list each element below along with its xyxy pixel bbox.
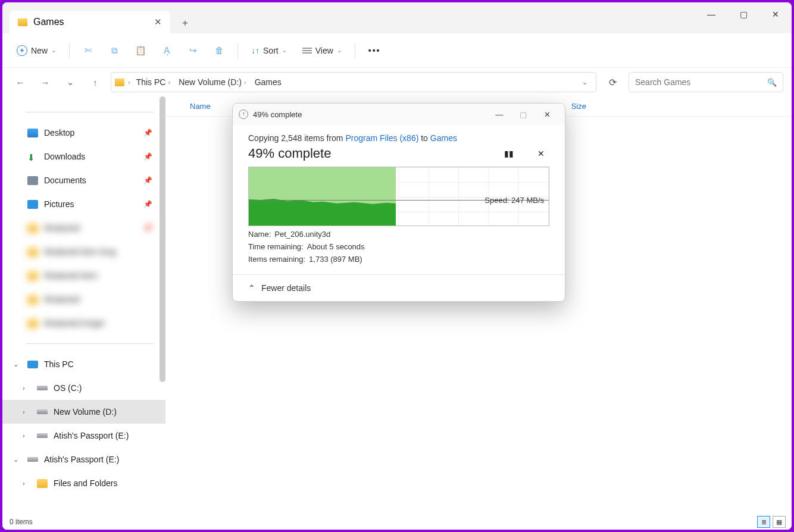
source-link[interactable]: Program Files (x86) xyxy=(345,133,418,143)
rename-button[interactable]: Aͅ xyxy=(155,40,178,61)
sidebar-label: New Volume (D:) xyxy=(54,407,117,417)
search-icon[interactable]: 🔍 xyxy=(767,78,777,87)
paste-button[interactable]: 📋 xyxy=(129,40,152,61)
sidebar-item-this-pc[interactable]: ⌄This PC xyxy=(2,352,165,376)
minimize-button[interactable]: — xyxy=(487,105,511,123)
copying-text: Copying 2,548 items from Program Files (… xyxy=(248,133,549,143)
chevron-up-icon: ⌃ xyxy=(248,283,255,293)
refresh-button[interactable]: ⟳ xyxy=(602,72,623,92)
sidebar-item-passport[interactable]: ⌄Atish's Passport (E:) xyxy=(2,447,165,471)
cut-icon: ✄ xyxy=(83,45,93,56)
cancel-button[interactable]: ✕ xyxy=(533,145,549,162)
folder-icon xyxy=(37,479,48,488)
delete-button[interactable]: 🗑 xyxy=(208,40,230,61)
titlebar: Games ✕ + — ▢ ✕ xyxy=(2,2,792,33)
scrollbar-thumb[interactable] xyxy=(160,96,165,382)
sidebar-item-folder[interactable]: ›Files and Folders xyxy=(2,471,165,495)
dialog-title: 49% complete xyxy=(253,110,302,119)
sidebar-item-drive-d[interactable]: ›New Volume (D:) xyxy=(2,400,165,424)
documents-icon xyxy=(27,176,38,185)
sidebar-item-pictures[interactable]: Pictures📌 xyxy=(2,192,165,216)
tab-games[interactable]: Games ✕ xyxy=(10,11,170,33)
copy-icon: ⧉ xyxy=(109,45,120,56)
separator xyxy=(69,43,70,58)
sidebar-label: Desktop xyxy=(44,128,74,137)
sidebar-item-redacted[interactable]: Redacted📌 xyxy=(2,216,165,240)
breadcrumb-item[interactable]: New Volume (D:) › xyxy=(176,77,248,87)
icons-view-button[interactable]: ▦ xyxy=(773,516,786,528)
dialog-window-controls: — ▢ ✕ xyxy=(487,105,559,123)
recent-button[interactable]: ⌄ xyxy=(61,73,80,92)
toolbar: + New ⌄ ✄ ⧉ 📋 Aͅ ↪ 🗑 ↓↑ Sort ⌄ View ⌄ ••… xyxy=(2,33,792,68)
close-window-button[interactable]: ✕ xyxy=(759,2,792,26)
back-button[interactable]: ← xyxy=(11,73,30,92)
pin-icon: 📌 xyxy=(143,224,152,232)
copy-progress-dialog: 49% complete — ▢ ✕ Copying 2,548 items f… xyxy=(232,103,565,302)
clock-icon xyxy=(239,109,248,119)
sidebar-item-drive-e[interactable]: ›Atish's Passport (E:) xyxy=(2,424,165,447)
close-button[interactable]: ✕ xyxy=(535,105,559,123)
breadcrumb-item[interactable]: Games xyxy=(252,77,284,87)
folder-icon xyxy=(115,79,124,86)
folder-icon xyxy=(27,295,38,304)
breadcrumb-item[interactable]: This PC › xyxy=(134,77,173,87)
sidebar-item-drive-c[interactable]: ›OS (C:) xyxy=(2,376,165,400)
rename-icon: Aͅ xyxy=(161,45,172,56)
separator xyxy=(237,43,238,58)
minimize-button[interactable]: — xyxy=(695,2,727,26)
maximize-button[interactable]: ▢ xyxy=(727,2,759,26)
separator xyxy=(355,43,355,58)
fewer-details-button[interactable]: ⌃ Fewer details xyxy=(233,274,565,301)
column-name[interactable]: Name xyxy=(179,102,221,111)
up-button[interactable]: ↑ xyxy=(86,73,105,92)
folder-icon xyxy=(27,271,38,280)
dialog-titlebar[interactable]: 49% complete — ▢ ✕ xyxy=(233,104,565,125)
sort-label: Sort xyxy=(263,46,279,55)
sidebar-item-redacted[interactable]: Redacted longer xyxy=(2,311,165,335)
sidebar-item-desktop[interactable]: Desktop📌 xyxy=(2,121,165,145)
dest-link[interactable]: Games xyxy=(430,133,457,143)
sidebar-label: Atish's Passport (E:) xyxy=(54,431,129,440)
search-box[interactable]: 🔍 xyxy=(629,72,783,92)
dialog-body: Copying 2,548 items from Program Files (… xyxy=(233,125,565,274)
detail-name: Name:Pet_206.unity3d xyxy=(248,230,549,239)
sidebar-item-downloads[interactable]: ⬇Downloads📌 xyxy=(2,145,165,168)
pictures-icon xyxy=(27,200,38,209)
speed-label: Speed: 247 MB/s xyxy=(484,196,544,205)
new-button[interactable]: + New ⌄ xyxy=(11,40,62,61)
cut-button[interactable]: ✄ xyxy=(77,40,99,61)
new-label: New xyxy=(31,46,48,55)
sidebar-label: Downloads xyxy=(44,152,85,161)
search-input[interactable] xyxy=(635,77,767,87)
more-button[interactable]: ••• xyxy=(362,40,387,61)
chevron-down-icon[interactable]: ⌄ xyxy=(577,79,592,86)
percent-row: 49% complete ▮▮ ✕ xyxy=(248,145,549,162)
fewer-details-label: Fewer details xyxy=(261,283,311,293)
column-size[interactable]: Size xyxy=(561,102,597,111)
details-view-button[interactable]: ≣ xyxy=(757,516,770,528)
sidebar-item-redacted[interactable]: Redacted item long xyxy=(2,240,165,264)
copy-button[interactable]: ⧉ xyxy=(103,40,126,61)
sidebar-item-redacted[interactable]: Redacted xyxy=(2,287,165,311)
pin-icon: 📌 xyxy=(143,152,152,161)
sidebar-label: Atish's Passport (E:) xyxy=(44,455,119,464)
forward-button[interactable]: → xyxy=(36,73,55,92)
tab-close-icon[interactable]: ✕ xyxy=(154,17,162,27)
new-tab-button[interactable]: + xyxy=(175,13,195,33)
address-bar[interactable]: › This PC › New Volume (D:) › Games ⌄ xyxy=(111,72,596,92)
detail-items: Items remaining:1,733 (897 MB) xyxy=(248,255,549,264)
sidebar-item-redacted[interactable]: Redacted item xyxy=(2,264,165,287)
view-button[interactable]: View ⌄ xyxy=(296,40,348,61)
paste-icon: 📋 xyxy=(135,45,146,56)
sort-button[interactable]: ↓↑ Sort ⌄ xyxy=(245,40,293,61)
sidebar-item-documents[interactable]: Documents📌 xyxy=(2,168,165,192)
separator xyxy=(26,343,154,344)
maximize-button[interactable]: ▢ xyxy=(511,105,535,123)
chevron-right-icon: › xyxy=(23,480,25,487)
detail-time: Time remaining:About 5 seconds xyxy=(248,242,549,251)
pause-button[interactable]: ▮▮ xyxy=(501,145,517,162)
share-button[interactable]: ↪ xyxy=(182,40,204,61)
chevron-down-icon: ⌄ xyxy=(13,456,18,464)
folder-icon xyxy=(27,319,38,328)
chevron-right-icon: › xyxy=(23,408,25,415)
